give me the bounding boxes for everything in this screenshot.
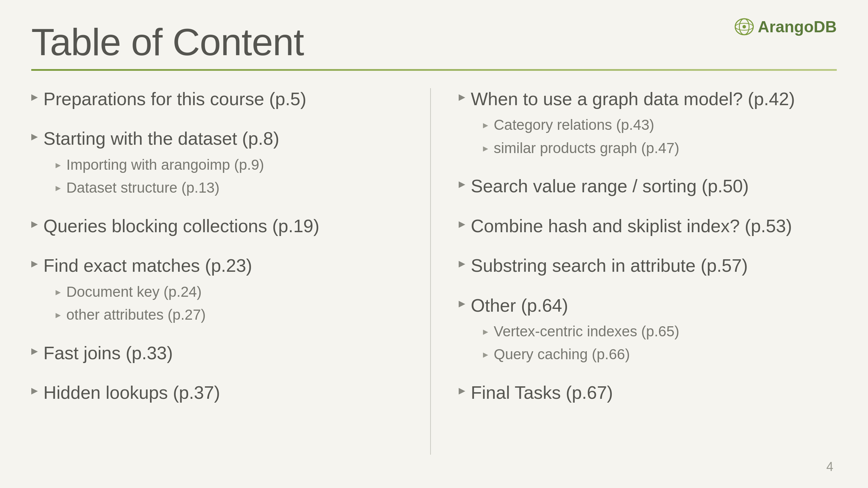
sub-bullet-r1-2: ▸ (483, 141, 488, 155)
item-text-6: Hidden lookups (p.37) (43, 382, 220, 403)
item-text-5: Fast joins (p.33) (43, 342, 173, 364)
item-text-3: Queries blocking collections (p.19) (43, 215, 319, 237)
subitem-r5-2: ▸ Query caching (p.66) (483, 345, 837, 364)
sub-text-4-1: Document key (p.24) (66, 283, 202, 301)
page-number: 4 (826, 460, 833, 474)
sub-bullet-2-1: ▸ (56, 158, 61, 171)
toc-item-1: ▸ Preparations for this course (p.5) (31, 88, 409, 110)
bullet-r4: ▸ (459, 256, 465, 271)
sub-text-2-2: Dataset structure (p.13) (66, 179, 219, 197)
svg-point-3 (742, 25, 746, 28)
bullet-5: ▸ (31, 344, 38, 358)
item-text-4: Find exact matches (p.23) (43, 255, 252, 276)
subitem-r5-1: ▸ Vertex-centric indexes (p.65) (483, 322, 837, 341)
subitem-2-1: ▸ Importing with arangoimp (p.9) (56, 156, 409, 174)
item-text-r3: Combine hash and skiplist index? (p.53) (471, 215, 792, 237)
sub-text-r5-2: Query caching (p.66) (494, 345, 630, 364)
toc-item-r3: ▸ Combine hash and skiplist index? (p.53… (459, 215, 837, 237)
sub-bullet-2-2: ▸ (56, 181, 61, 194)
toc-item-r4: ▸ Substring search in attribute (p.57) (459, 255, 837, 276)
slide-title: Table of Content (31, 21, 837, 63)
content-area: ▸ Preparations for this course (p.5) ▸ S… (31, 88, 837, 455)
subitem-2-2: ▸ Dataset structure (p.13) (56, 179, 409, 197)
bullet-1: ▸ (31, 90, 38, 104)
sub-text-r1-2: similar products graph (p.47) (494, 139, 679, 158)
logo-text: ArangoDB (758, 17, 837, 36)
sub-bullet-4-2: ▸ (56, 308, 61, 321)
bullet-r6: ▸ (459, 383, 465, 398)
subitems-r1: ▸ Category relations (p.43) ▸ similar pr… (483, 116, 837, 157)
bullet-r5: ▸ (459, 296, 465, 311)
sub-text-r1-1: Category relations (p.43) (494, 116, 654, 134)
bullet-r3: ▸ (459, 217, 465, 231)
subitems-4: ▸ Document key (p.24) ▸ other attributes… (56, 283, 409, 324)
sub-bullet-r5-2: ▸ (483, 347, 488, 361)
item-text-r6: Final Tasks (p.67) (471, 382, 613, 403)
subitem-r1-1: ▸ Category relations (p.43) (483, 116, 837, 134)
item-text-r1: When to use a graph data model? (p.42) (471, 88, 795, 110)
toc-item-6: ▸ Hidden lookups (p.37) (31, 382, 409, 403)
bullet-2: ▸ (31, 129, 38, 144)
title-divider (31, 69, 837, 71)
subitem-4-1: ▸ Document key (p.24) (56, 283, 409, 301)
bullet-6: ▸ (31, 383, 38, 398)
sub-bullet-4-1: ▸ (56, 285, 61, 298)
toc-item-3: ▸ Queries blocking collections (p.19) (31, 215, 409, 237)
toc-item-5: ▸ Fast joins (p.33) (31, 342, 409, 364)
left-column: ▸ Preparations for this course (p.5) ▸ S… (31, 88, 431, 455)
bullet-r1: ▸ (459, 90, 465, 104)
toc-item-2: ▸ Starting with the dataset (p.8) ▸ Impo… (31, 128, 409, 197)
subitems-2: ▸ Importing with arangoimp (p.9) ▸ Datas… (56, 156, 409, 197)
item-text-2: Starting with the dataset (p.8) (43, 128, 279, 149)
toc-item-4: ▸ Find exact matches (p.23) ▸ Document k… (31, 255, 409, 324)
item-text-r5: Other (p.64) (471, 295, 568, 316)
logo: ArangoDB (735, 17, 837, 36)
toc-item-r5: ▸ Other (p.64) ▸ Vertex-centric indexes … (459, 295, 837, 364)
sub-text-4-2: other attributes (p.27) (66, 306, 206, 324)
subitem-r1-2: ▸ similar products graph (p.47) (483, 139, 837, 158)
sub-text-2-1: Importing with arangoimp (p.9) (66, 156, 264, 174)
toc-item-r6: ▸ Final Tasks (p.67) (459, 382, 837, 403)
slide-header: Table of Content (31, 21, 837, 71)
sub-bullet-r5-1: ▸ (483, 325, 488, 338)
toc-item-r1: ▸ When to use a graph data model? (p.42)… (459, 88, 837, 157)
sub-text-r5-1: Vertex-centric indexes (p.65) (494, 322, 679, 341)
bullet-4: ▸ (31, 256, 38, 271)
sub-bullet-r1-1: ▸ (483, 118, 488, 132)
arangodb-logo-icon (735, 18, 754, 35)
toc-item-r2: ▸ Search value range / sorting (p.50) (459, 175, 837, 197)
bullet-r2: ▸ (459, 177, 465, 191)
item-text-r2: Search value range / sorting (p.50) (471, 175, 749, 197)
right-column: ▸ When to use a graph data model? (p.42)… (431, 88, 837, 455)
item-text-r4: Substring search in attribute (p.57) (471, 255, 748, 276)
bullet-3: ▸ (31, 217, 38, 231)
slide: ArangoDB Table of Content ▸ Preparations… (0, 0, 868, 488)
subitem-4-2: ▸ other attributes (p.27) (56, 306, 409, 324)
subitems-r5: ▸ Vertex-centric indexes (p.65) ▸ Query … (483, 322, 837, 364)
item-text-1: Preparations for this course (p.5) (43, 88, 306, 110)
